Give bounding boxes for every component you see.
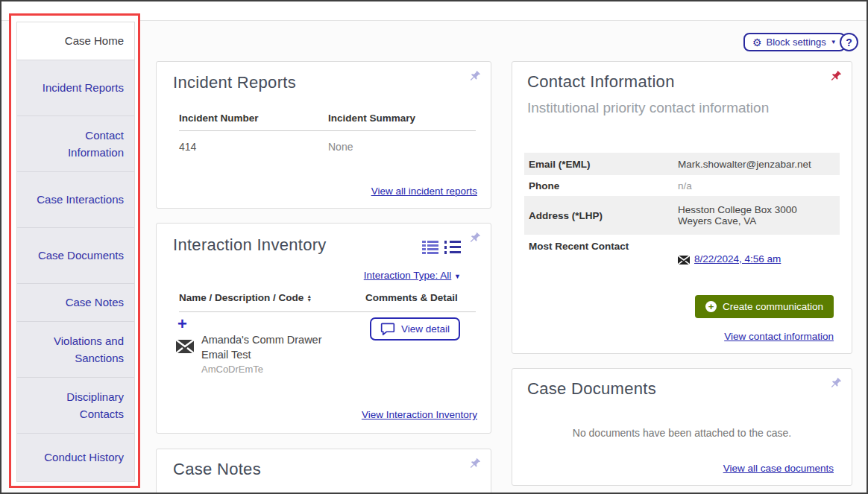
block-settings-label: Block settings bbox=[767, 37, 826, 48]
pin-icon-pinned[interactable] bbox=[829, 69, 843, 83]
sidebar-item-violations-sanctions[interactable]: Violations and Sanctions bbox=[17, 321, 134, 377]
sort-icon[interactable]: ▲▼ bbox=[306, 294, 312, 302]
interaction-inventory-title: Interaction Inventory bbox=[173, 235, 327, 255]
field-row-address: Address (*LHP) Hesston College Box 3000W… bbox=[524, 196, 840, 235]
case-notes-title: Case Notes bbox=[173, 460, 261, 479]
sidebar-item-case-notes[interactable]: Case Notes bbox=[17, 283, 134, 321]
field-row-phone: Phone n/a bbox=[524, 175, 840, 196]
view-interaction-inventory-link[interactable]: View Interaction Inventory bbox=[362, 409, 477, 420]
case-notes-card: Case Notes bbox=[156, 449, 491, 494]
sidebar-item-incident-reports[interactable]: Incident Reports bbox=[17, 60, 134, 115]
view-all-case-documents-link[interactable]: View all case documents bbox=[723, 463, 834, 474]
sidebar-item-conduct-history[interactable]: Conduct History bbox=[17, 433, 134, 481]
pin-icon[interactable] bbox=[829, 376, 843, 390]
email-icon bbox=[678, 256, 690, 265]
table-divider bbox=[179, 311, 476, 312]
view-all-incident-reports-link[interactable]: View all incident reports bbox=[371, 186, 477, 197]
most-recent-contact-value: 8/22/2024, 4:56 am bbox=[678, 239, 781, 265]
interaction-type-filter[interactable]: Interaction Type: All ▼ bbox=[364, 270, 461, 281]
field-row-most-recent-contact: Most Recent Contact 8/22/2024, 4:56 am bbox=[524, 235, 840, 269]
incident-reports-card: Incident Reports Incident Number Inciden… bbox=[156, 61, 491, 209]
view-toggle-icons bbox=[422, 240, 461, 255]
interaction-name: Amanda's Comm DrawerEmail Test bbox=[201, 332, 322, 363]
link-row: View Interaction Inventory bbox=[362, 408, 477, 421]
case-sidebar: Case Home Incident Reports Contact Infor… bbox=[16, 22, 135, 482]
help-button[interactable]: ? bbox=[840, 33, 858, 51]
contact-information-card: Contact Information Institutional priori… bbox=[512, 61, 852, 354]
interaction-table-header: Name / Description / Code▲▼ Comments & D… bbox=[179, 292, 476, 303]
contact-information-title: Contact Information bbox=[527, 72, 675, 92]
incident-summary-cell: None bbox=[328, 141, 353, 153]
col-incident-number: Incident Number bbox=[179, 113, 259, 124]
link-row: View contact information bbox=[724, 329, 834, 343]
phone-label: Phone bbox=[529, 180, 678, 191]
chevron-down-icon: ▼ bbox=[831, 39, 837, 45]
numbered-list-view-icon[interactable] bbox=[444, 240, 461, 255]
comment-bubble-icon bbox=[380, 323, 395, 335]
address-label: Address (*LHP) bbox=[529, 200, 678, 230]
plus-circle-icon: + bbox=[705, 301, 717, 312]
case-documents-title: Case Documents bbox=[527, 379, 656, 399]
table-divider bbox=[179, 130, 476, 131]
col-comments-detail: Comments & Detail bbox=[365, 292, 458, 303]
detail-list-view-icon[interactable] bbox=[422, 240, 438, 255]
most-recent-contact-link[interactable]: 8/22/2024, 4:56 am bbox=[694, 253, 781, 265]
block-settings-button[interactable]: ⚙ Block settings ▼ bbox=[743, 33, 846, 51]
email-value: Mark.showalter@jenzabar.net bbox=[678, 157, 835, 171]
phone-value: n/a bbox=[678, 180, 835, 191]
link-row: View all case documents bbox=[723, 461, 834, 475]
table-row: 414 None bbox=[179, 141, 476, 153]
view-detail-button[interactable]: View detail bbox=[370, 317, 460, 341]
most-recent-contact-label: Most Recent Contact bbox=[529, 239, 678, 265]
contact-information-subtitle: Institutional priority contact informati… bbox=[527, 98, 773, 118]
link-row: View all incident reports bbox=[371, 184, 477, 197]
col-name-description-code[interactable]: Name / Description / Code▲▼ bbox=[179, 292, 312, 303]
sidebar-item-case-interactions[interactable]: Case Interactions bbox=[17, 171, 134, 227]
case-home-page: Case Home Incident Reports Contact Infor… bbox=[0, 0, 868, 494]
no-documents-message: No documents have been attached to the c… bbox=[512, 427, 852, 439]
contact-fields: Email (*EML) Mark.showalter@jenzabar.net… bbox=[524, 153, 840, 269]
address-value: Hesston College Box 3000Weyers Cave, VA bbox=[678, 200, 835, 230]
interaction-code: AmCoDrEmTe bbox=[201, 364, 263, 375]
email-label: Email (*EML) bbox=[529, 157, 678, 171]
field-row-email: Email (*EML) Mark.showalter@jenzabar.net bbox=[524, 153, 840, 175]
case-documents-card: Case Documents No documents have been at… bbox=[512, 368, 852, 486]
incident-reports-title: Incident Reports bbox=[173, 73, 296, 92]
sidebar-item-case-documents[interactable]: Case Documents bbox=[17, 227, 134, 283]
interaction-inventory-card: Interaction Inventory Interaction Type: … bbox=[156, 223, 491, 434]
email-icon bbox=[176, 340, 194, 353]
pin-icon[interactable] bbox=[468, 231, 482, 244]
incident-table-header: Incident Number Incident Summary bbox=[179, 113, 476, 124]
incident-number-cell: 414 bbox=[179, 141, 196, 153]
gear-icon: ⚙ bbox=[752, 37, 762, 48]
chevron-down-icon: ▼ bbox=[454, 273, 461, 280]
pin-icon[interactable] bbox=[468, 69, 482, 83]
sidebar-item-disciplinary-contacts[interactable]: Disciplinary Contacts bbox=[17, 377, 134, 433]
pin-icon[interactable] bbox=[468, 457, 482, 470]
sidebar-highlight-box: Case Home Incident Reports Contact Infor… bbox=[9, 13, 140, 488]
sidebar-item-case-home[interactable]: Case Home bbox=[17, 22, 134, 60]
sidebar-item-contact-information[interactable]: Contact Information bbox=[17, 115, 134, 171]
view-contact-information-link[interactable]: View contact information bbox=[724, 331, 834, 342]
col-incident-summary: Incident Summary bbox=[328, 113, 415, 124]
expand-row-icon[interactable]: + bbox=[177, 316, 187, 332]
create-communication-button[interactable]: + Create communication bbox=[695, 295, 834, 318]
